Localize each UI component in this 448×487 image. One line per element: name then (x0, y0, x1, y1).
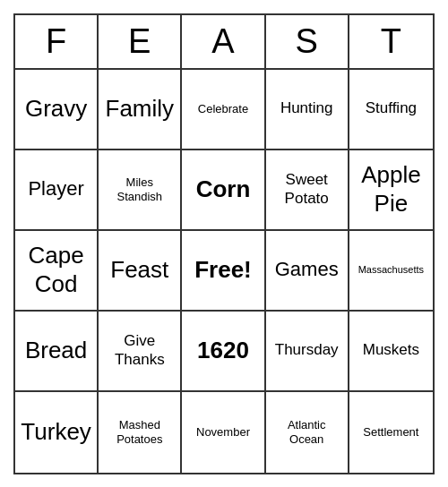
cell-text: Corn (196, 175, 251, 203)
bingo-body: GravyFamilyCelebrateHuntingStuffingPlaye… (15, 70, 433, 473)
bingo-cell: Player (15, 150, 99, 229)
bingo-cell: November (182, 392, 265, 473)
cell-text: Gravy (25, 95, 87, 123)
cell-text: Bread (25, 337, 87, 364)
bingo-cell: Thursday (266, 312, 349, 390)
bingo-cell: 1620 (182, 312, 265, 390)
cell-text: 1620 (197, 337, 249, 364)
cell-text: Turkey (21, 418, 91, 446)
cell-text: Feast (110, 256, 168, 284)
bingo-cell: Hunting (266, 70, 349, 149)
bingo-cell: Apple Pie (349, 150, 433, 229)
bingo-cell: Corn (182, 150, 265, 229)
bingo-cell: Cape Cod (15, 231, 99, 310)
bingo-cell: Muskets (349, 312, 433, 390)
bingo-card: FEAST GravyFamilyCelebrateHuntingStuffin… (13, 13, 435, 474)
bingo-cell: Give Thanks (99, 312, 182, 390)
bingo-row: BreadGive Thanks1620ThursdayMuskets (15, 312, 433, 392)
cell-text: Atlantic Ocean (270, 418, 344, 446)
cell-text: Give Thanks (102, 332, 177, 369)
bingo-cell: Miles Standish (99, 150, 182, 229)
bingo-header: FEAST (15, 15, 433, 70)
bingo-cell: Massachusetts (349, 231, 433, 310)
bingo-cell: Bread (15, 312, 99, 390)
bingo-cell: Games (266, 231, 349, 310)
cell-text: Muskets (363, 341, 419, 359)
bingo-cell: Stuffing (349, 70, 433, 149)
cell-text: Player (28, 177, 83, 201)
cell-text: November (196, 425, 250, 440)
cell-text: Settlement (363, 425, 418, 440)
cell-text: Games (275, 258, 339, 281)
cell-text: Hunting (280, 99, 333, 117)
bingo-cell: Sweet Potato (266, 150, 349, 229)
cell-text: Cape Cod (19, 242, 93, 297)
cell-text: Massachusetts (358, 264, 424, 276)
bingo-cell: Settlement (349, 392, 433, 473)
cell-text: Miles Standish (102, 175, 177, 203)
cell-text: Thursday (275, 341, 339, 359)
header-letter: S (266, 15, 349, 68)
bingo-cell: Free! (182, 231, 265, 310)
cell-text: Family (106, 95, 175, 123)
bingo-cell: Mashed Potatoes (99, 392, 182, 473)
header-letter: A (182, 15, 265, 68)
header-letter: F (15, 15, 99, 68)
bingo-row: PlayerMiles StandishCornSweet PotatoAppl… (15, 150, 433, 231)
bingo-cell: Gravy (15, 70, 99, 149)
bingo-row: GravyFamilyCelebrateHuntingStuffing (15, 70, 433, 150)
cell-text: Sweet Potato (270, 171, 344, 208)
cell-text: Stuffing (366, 99, 417, 117)
cell-text: Apple Pie (353, 161, 429, 217)
bingo-cell: Atlantic Ocean (266, 392, 349, 473)
header-letter: T (349, 15, 433, 68)
cell-text: Celebrate (198, 102, 248, 116)
bingo-cell: Celebrate (182, 70, 265, 149)
bingo-row: TurkeyMashed PotatoesNovemberAtlantic Oc… (15, 392, 433, 473)
header-letter: E (99, 15, 182, 68)
bingo-cell: Turkey (15, 392, 99, 473)
cell-text: Mashed Potatoes (102, 418, 177, 446)
bingo-cell: Family (99, 70, 182, 149)
bingo-cell: Feast (99, 231, 182, 310)
bingo-row: Cape CodFeastFree!GamesMassachusetts (15, 231, 433, 312)
cell-text: Free! (194, 256, 252, 284)
